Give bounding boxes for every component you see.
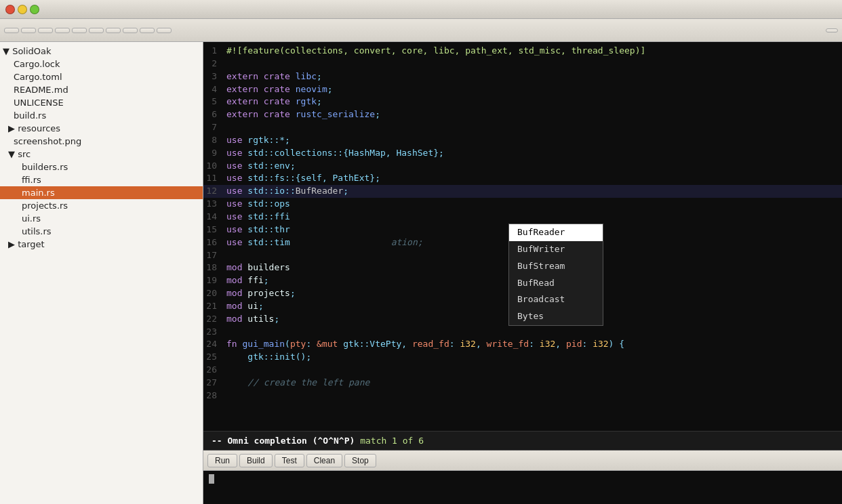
code-line-7: 7 — [203, 121, 842, 134]
toolbar — [0, 19, 842, 42]
bottom-panel: Run Build Test Clean Stop — [203, 450, 842, 504]
font-minus-button[interactable] — [123, 28, 138, 33]
sidebar-item-readme[interactable]: README.md — [0, 83, 203, 96]
build-button[interactable]: Build — [239, 454, 273, 467]
main-area: ▼ SolidOak Cargo.lock Cargo.toml README.… — [0, 42, 842, 504]
line-number: 18 — [203, 261, 222, 274]
clean-button[interactable]: Clean — [306, 454, 342, 467]
line-number: 20 — [203, 287, 222, 300]
line-content: use std::env; — [222, 160, 842, 173]
sidebar-item-build-rs[interactable]: build.rs — [0, 109, 203, 122]
code-line-14: 14use std::ffi — [203, 211, 842, 224]
code-line-12: 12use std::io::BufReader; — [203, 185, 842, 198]
close-button[interactable] — [5, 5, 15, 14]
sidebar-item-projects-rs[interactable]: projects.rs — [0, 199, 203, 212]
code-line-25: 25 gtk::init(); — [203, 351, 842, 364]
test-button[interactable]: Test — [275, 454, 304, 467]
autocomplete-dropdown: BufReader BufWriter BufStream BufRead Br… — [508, 224, 603, 326]
line-number: 28 — [203, 390, 222, 402]
code-editor[interactable]: 1#![feature(collections, convert, core, … — [203, 42, 842, 431]
line-content: use std::io::BufReader; — [222, 185, 842, 198]
line-content: #![feature(collections, convert, core, l… — [222, 45, 842, 58]
statusbar: -- Omni completion (^O^N^P) match 1 of 6 — [203, 431, 842, 450]
line-content: extern crate neovim; — [222, 83, 842, 96]
sidebar-item-target[interactable]: ▶ target — [0, 238, 203, 251]
line-number: 5 — [203, 96, 222, 108]
new-project-button[interactable] — [4, 28, 19, 33]
line-number: 3 — [203, 70, 222, 83]
line-number: 22 — [203, 313, 222, 326]
sidebar-item-solidoak[interactable]: ▼ SolidOak — [0, 45, 203, 58]
terminal-area[interactable] — [203, 471, 842, 504]
line-number: 9 — [203, 147, 222, 160]
autocomplete-item-broadcast[interactable]: Broadcast — [509, 291, 603, 308]
line-content: use std::collections::{HashMap, HashSet}… — [222, 147, 842, 160]
autocomplete-item-bufstream[interactable]: BufStream — [509, 258, 603, 275]
line-number: 10 — [203, 160, 222, 173]
code-line-28: 28 — [203, 390, 842, 402]
sidebar-item-cargo-toml[interactable]: Cargo.toml — [0, 70, 203, 83]
line-number: 13 — [203, 198, 222, 211]
redo-button[interactable] — [106, 28, 121, 33]
sidebar-item-ui-rs[interactable]: ui.rs — [0, 212, 203, 225]
file-tree: ▼ SolidOak Cargo.lock Cargo.toml README.… — [0, 42, 203, 504]
line-content: use std::ops — [222, 198, 842, 211]
line-content: use std::ffi — [222, 211, 842, 224]
sidebar-item-resources[interactable]: ▶ resources — [0, 122, 203, 135]
code-line-5: 5extern crate rgtk; — [203, 96, 842, 108]
sidebar-item-builders-rs[interactable]: builders.rs — [0, 161, 203, 173]
maximize-button[interactable] — [30, 5, 39, 14]
easy-mode-button[interactable] — [157, 28, 172, 33]
sidebar-item-cargo-lock[interactable]: Cargo.lock — [0, 58, 203, 70]
font-plus-button[interactable] — [140, 28, 155, 33]
line-number: 26 — [203, 364, 222, 377]
minimize-button[interactable] — [18, 5, 27, 14]
autocomplete-item-bufread[interactable]: BufRead — [509, 275, 603, 292]
code-line-8: 8use rgtk::*; — [203, 134, 842, 147]
status-text: -- Omni completion (^O^N^P) match 1 of 6 — [212, 436, 424, 446]
code-line-11: 11use std::fs::{self, PathExt}; — [203, 172, 842, 185]
autocomplete-item-bytes[interactable]: Bytes — [509, 308, 603, 325]
sidebar-item-main-rs[interactable]: main.rs — [0, 186, 203, 199]
sidebar-item-unlicense[interactable]: UNLICENSE — [0, 96, 203, 109]
line-number: 2 — [203, 58, 222, 70]
code-line-6: 6extern crate rustc_serialize; — [203, 108, 842, 121]
line-content: extern crate rustc_serialize; — [222, 108, 842, 121]
undo-button[interactable] — [89, 28, 104, 33]
bottom-toolbar: Run Build Test Clean Stop — [203, 450, 842, 471]
run-button[interactable]: Run — [207, 454, 237, 467]
line-content: gtk::init(); — [222, 351, 842, 364]
code-line-23: 23 — [203, 326, 842, 339]
sidebar-item-screenshot[interactable]: screenshot.png — [0, 135, 203, 148]
line-content — [222, 390, 842, 402]
line-number: 17 — [203, 249, 222, 262]
save-button[interactable] — [72, 28, 87, 33]
titlebar — [0, 0, 842, 19]
line-number: 14 — [203, 211, 222, 224]
autocomplete-item-bufreader[interactable]: BufReader — [509, 224, 603, 241]
window-controls — [5, 5, 39, 14]
sidebar-item-utils-rs[interactable]: utils.rs — [0, 225, 203, 238]
stop-button[interactable]: Stop — [344, 454, 376, 467]
code-line-27: 27 // create the left pane — [203, 377, 842, 390]
code-line-1: 1#![feature(collections, convert, core, … — [203, 45, 842, 58]
remove-button[interactable] — [55, 28, 70, 33]
line-number: 16 — [203, 236, 222, 249]
line-number: 6 — [203, 108, 222, 121]
line-number: 27 — [203, 377, 222, 390]
autocomplete-item-bufwriter[interactable]: BufWriter — [509, 241, 603, 258]
close-x-button[interactable] — [826, 28, 838, 33]
line-number: 19 — [203, 274, 222, 287]
line-number: 1 — [203, 45, 222, 58]
sidebar-item-src[interactable]: ▼ src — [0, 148, 203, 161]
line-content: // create the left pane — [222, 377, 842, 390]
line-content: fn gui_main(pty: &mut gtk::VtePty, read_… — [222, 338, 842, 351]
sidebar-item-ffi-rs[interactable]: ffi.rs — [0, 173, 203, 186]
rename-button[interactable] — [38, 28, 53, 33]
line-number: 4 — [203, 83, 222, 96]
import-button[interactable] — [21, 28, 36, 33]
line-content: use std::fs::{self, PathExt}; — [222, 172, 842, 185]
line-number: 11 — [203, 172, 222, 185]
line-number: 12 — [203, 185, 222, 198]
line-content — [222, 58, 842, 70]
